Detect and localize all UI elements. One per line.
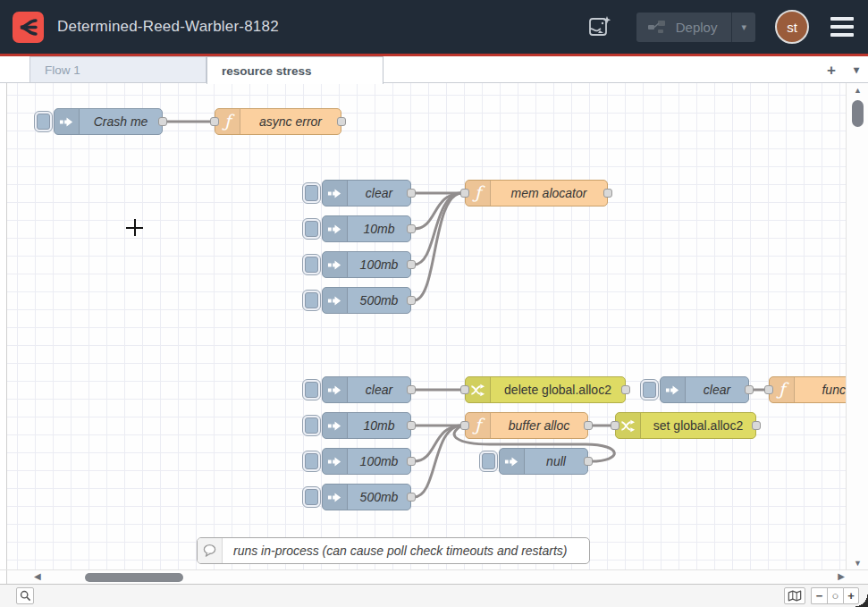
node-label: Crash me [80, 109, 162, 134]
output-port[interactable] [584, 457, 593, 466]
function-node-buffer-alloc[interactable]: ƒbuffer alloc [465, 412, 588, 439]
horizontal-scrollbar-thumb[interactable] [85, 573, 183, 582]
inject-node-10mb-buffer[interactable]: 10mb [322, 412, 411, 439]
ai-assistant-button[interactable] [583, 10, 617, 44]
output-port[interactable] [603, 189, 612, 198]
footer-toolbar: − ○ + [0, 584, 868, 607]
inject-trigger-button[interactable] [640, 379, 659, 400]
horizontal-scrollbar[interactable]: ◀ ▶ [0, 569, 868, 584]
input-port[interactable] [460, 421, 469, 430]
change-node-delete-global-alloc2[interactable]: delete global.alloc2 [465, 376, 626, 403]
scroll-left-arrow-icon[interactable]: ◀ [34, 571, 41, 581]
inject-node-100mb-buffer[interactable]: 100mb [322, 448, 411, 475]
inject-arrow-icon [327, 222, 342, 237]
inject-trigger-button[interactable] [479, 451, 498, 472]
inject-arrow-icon [59, 114, 74, 130]
inject-node-10mb-mem[interactable]: 10mb [322, 215, 411, 242]
inject-trigger-button[interactable] [34, 111, 53, 132]
flow-list-caret-icon[interactable]: ▾ [854, 64, 859, 75]
inject-node-500mb-buffer[interactable]: 500mb [322, 484, 411, 510]
node-icon-region [323, 413, 348, 438]
inject-node-500mb-mem[interactable]: 500mb [322, 287, 411, 314]
node-label: clear [686, 377, 748, 402]
node-label: 500mb [348, 485, 410, 510]
zoom-out-button[interactable]: − [811, 587, 827, 604]
palette-edge-bottom [0, 570, 7, 584]
inject-node-100mb-mem[interactable]: 100mb [322, 251, 411, 278]
inject-trigger-button[interactable] [302, 182, 321, 204]
user-avatar[interactable]: st [775, 10, 809, 44]
inject-arrow-icon [327, 490, 342, 505]
navigator-button[interactable] [784, 587, 805, 604]
inject-node-crash-me[interactable]: Crash me [54, 108, 163, 135]
inject-trigger-button[interactable] [302, 290, 321, 311]
change-node-set-global-alloc2[interactable]: set global.alloc2 [615, 412, 756, 439]
node-icon-region [323, 252, 348, 277]
map-navigator-icon [788, 590, 802, 602]
zoom-reset-button[interactable]: ○ [827, 587, 843, 604]
avatar-initials: st [787, 20, 797, 35]
output-port[interactable] [584, 421, 593, 430]
node-icon-region [323, 449, 348, 474]
function-icon: ƒ [779, 381, 785, 400]
inject-trigger-button[interactable] [302, 379, 321, 400]
output-port[interactable] [407, 457, 416, 466]
tab-resource-stress[interactable]: resource stress [206, 56, 383, 84]
input-port[interactable] [460, 189, 469, 198]
ai-assistant-icon [586, 13, 613, 40]
vertical-scrollbar-thumb[interactable] [852, 100, 864, 127]
function-icon: ƒ [224, 113, 231, 131]
output-port[interactable] [407, 224, 416, 233]
output-port[interactable] [407, 260, 416, 269]
main-menu-button[interactable] [829, 13, 855, 40]
output-port[interactable] [752, 421, 761, 430]
deploy-options-caret[interactable]: ▾ [731, 13, 755, 42]
search-button[interactable] [16, 587, 34, 604]
inject-trigger-button[interactable] [302, 451, 321, 472]
input-port[interactable] [611, 421, 619, 430]
input-port[interactable] [764, 385, 773, 394]
node-label: async error [240, 109, 341, 134]
inject-trigger-button[interactable] [302, 254, 321, 275]
node-icon-region [323, 181, 348, 206]
output-port[interactable] [407, 189, 416, 198]
node-label: mem alocator [491, 181, 607, 206]
input-port[interactable] [460, 385, 469, 394]
output-port[interactable] [407, 385, 416, 394]
inject-node-clear-2[interactable]: clear [660, 376, 749, 403]
node-icon-region [661, 377, 686, 402]
inject-trigger-button[interactable] [302, 218, 321, 240]
output-port[interactable] [621, 385, 630, 394]
scroll-up-arrow-icon[interactable]: ▲ [852, 86, 864, 95]
node-red-editor: Determined-Reed-Warbler-8182 [0, 0, 868, 607]
output-port[interactable] [407, 493, 416, 502]
comment-node-runs-in-process[interactable]: runs in-process (can cause poll check ti… [197, 537, 590, 564]
deploy-button[interactable]: Deploy ▾ [636, 13, 755, 42]
node-label: 100mb [348, 449, 410, 474]
vertical-scrollbar[interactable]: ▲ ▼ [846, 83, 868, 569]
node-icon-region [323, 485, 348, 510]
output-port[interactable] [407, 421, 416, 430]
output-port[interactable] [158, 117, 167, 126]
scroll-right-arrow-icon[interactable]: ▶ [838, 571, 845, 581]
inject-arrow-icon [665, 383, 680, 398]
inject-trigger-button[interactable] [302, 415, 321, 436]
flow-canvas[interactable]: Crash meƒasync errorclear10mb100mb500mbƒ… [0, 83, 868, 569]
inject-node-clear-buffer[interactable]: clear [322, 376, 411, 403]
node-label: 500mb [348, 288, 410, 313]
flowfuse-logo[interactable] [13, 12, 44, 43]
tab-flow-1[interactable]: Flow 1 [29, 56, 206, 82]
add-flow-button[interactable]: + [827, 63, 836, 78]
inject-trigger-button[interactable] [302, 486, 321, 508]
function-node-async-error[interactable]: ƒasync error [215, 108, 341, 135]
function-node-mem-alocator[interactable]: ƒmem alocator [465, 180, 608, 207]
output-port[interactable] [407, 296, 416, 305]
output-port[interactable] [745, 385, 754, 394]
inject-node-clear-mem[interactable]: clear [322, 180, 411, 207]
inject-node-null[interactable]: null [499, 448, 588, 475]
deploy-node-icon [647, 20, 667, 34]
output-port[interactable] [337, 117, 346, 126]
scroll-down-arrow-icon[interactable]: ▼ [852, 559, 864, 568]
hamburger-menu-icon [830, 17, 854, 21]
input-port[interactable] [210, 117, 219, 126]
